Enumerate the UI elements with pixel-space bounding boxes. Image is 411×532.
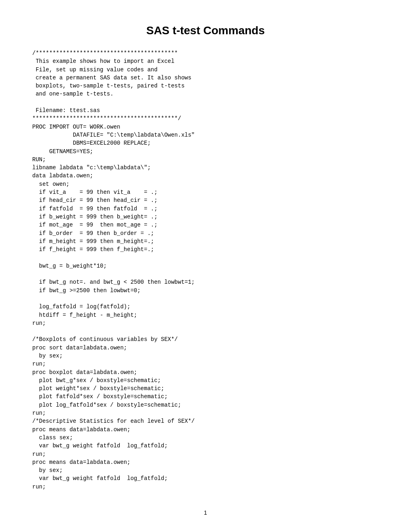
- page-number: 1: [0, 509, 411, 516]
- code-content: /***************************************…: [32, 49, 379, 491]
- page-title: SAS t-test Commands: [32, 24, 379, 37]
- page: SAS t-test Commands /*******************…: [0, 0, 411, 532]
